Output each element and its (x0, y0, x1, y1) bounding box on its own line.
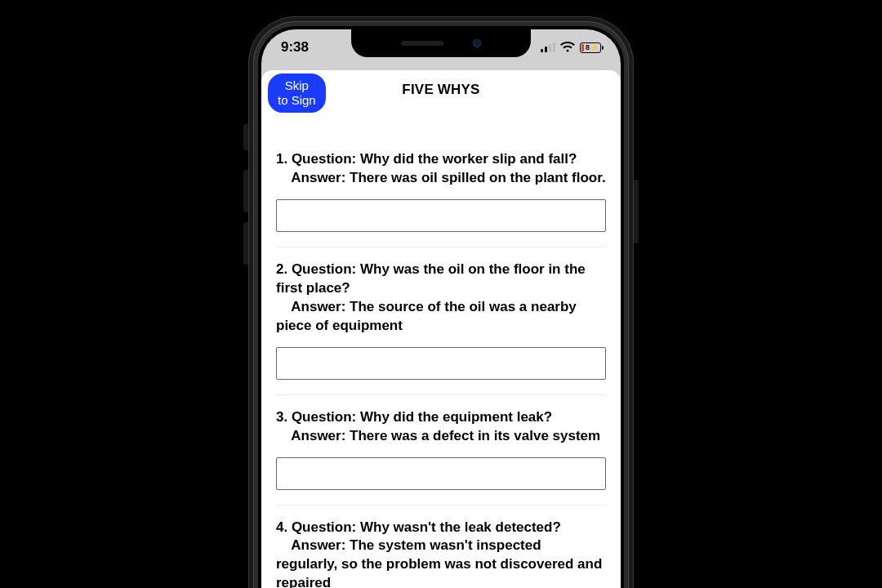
answer-input[interactable] (276, 457, 606, 490)
page-title: FIVE WHYS (402, 82, 479, 98)
status-time: 9:38 (281, 39, 309, 56)
question-block: 2. Question: Why was the oil on the floo… (276, 247, 606, 395)
skip-to-sign-button[interactable]: Skip to Sign (268, 74, 326, 113)
app-header: Skip to Sign FIVE WHYS (261, 70, 621, 109)
battery-icon: 8⚡ (580, 42, 601, 53)
volume-up-button (243, 170, 248, 212)
question-text: 4. Question: Why wasn't the leak detecte… (276, 519, 606, 537)
answer-input[interactable] (276, 199, 606, 232)
skip-label-line1: Skip (285, 78, 309, 92)
question-text: 2. Question: Why was the oil on the floo… (276, 261, 606, 298)
answer-text: Answer: There was a defect in its valve … (276, 427, 606, 446)
volume-down-button (243, 222, 248, 265)
wifi-icon (560, 42, 575, 53)
charging-icon: ⚡ (590, 43, 599, 51)
question-block: 4. Question: Why wasn't the leak detecte… (276, 506, 606, 589)
question-text: 3. Question: Why did the equipment leak? (276, 408, 606, 427)
phone-frame: 9:38 8⚡ (248, 16, 634, 588)
front-camera-icon (473, 39, 481, 47)
skip-label-line2: to Sign (278, 93, 316, 107)
question-block: 3. Question: Why did the equipment leak?… (276, 395, 606, 506)
cell-signal-icon (541, 42, 555, 52)
answer-input[interactable] (276, 347, 606, 380)
power-button (634, 180, 639, 243)
answer-text: Answer: There was oil spilled on the pla… (276, 169, 606, 188)
questions-list: 1. Question: Why did the worker slip and… (261, 109, 621, 588)
phone-screen: 9:38 8⚡ (261, 29, 621, 588)
question-block: 1. Question: Why did the worker slip and… (276, 121, 606, 247)
mute-switch (243, 124, 248, 150)
notch (351, 29, 531, 57)
answer-text: Answer: The source of the oil was a near… (276, 298, 606, 336)
question-text: 1. Question: Why did the worker slip and… (276, 150, 606, 169)
speaker-grille (401, 41, 443, 46)
answer-text: Answer: The system wasn't inspected regu… (276, 537, 606, 588)
